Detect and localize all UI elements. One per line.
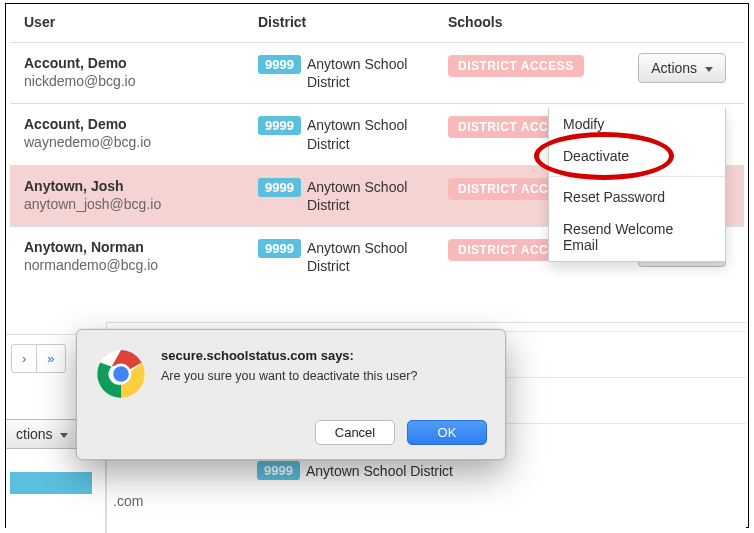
truncated-text: .com: [113, 493, 143, 509]
svg-point-2: [113, 366, 129, 382]
district-id-badge: 9999: [258, 116, 301, 135]
cancel-button[interactable]: Cancel: [315, 420, 395, 445]
user-email: nickdemo@bcg.io: [24, 73, 258, 89]
district-id-badge: 9999: [258, 55, 301, 74]
col-user: User: [24, 14, 258, 30]
district-id-badge: 9999: [258, 178, 301, 197]
caret-down-icon: [705, 67, 713, 72]
district-name: Anytown School District: [307, 178, 417, 214]
district-name: Anytown School District: [307, 116, 417, 152]
user-name: Anytown, Norman: [24, 239, 258, 255]
pagination: › »: [11, 344, 66, 373]
user-email: normandemo@bcg.io: [24, 257, 258, 273]
dialog-title: secure.schoolstatus.com says:: [161, 348, 487, 363]
district-name: Anytown School District: [307, 239, 417, 275]
dialog-message: Are you sure you want to deactivate this…: [161, 369, 487, 383]
user-name: Anytown, Josh: [24, 178, 258, 194]
menu-item-reset-password[interactable]: Reset Password: [549, 181, 725, 213]
table-header: User District Schools: [10, 4, 744, 42]
menu-item-deactivate[interactable]: Deactivate: [549, 140, 725, 172]
district-access-badge: DISTRICT ACCESS: [448, 55, 584, 77]
actions-label: Actions: [651, 60, 697, 76]
district-name: Anytown School District: [306, 463, 453, 479]
table-row: Account, Demo nickdemo@bcg.io 9999 Anyto…: [10, 42, 744, 103]
col-district: District: [258, 14, 448, 30]
menu-item-modify[interactable]: Modify: [549, 108, 725, 140]
actions-button[interactable]: Actions: [638, 53, 726, 83]
ok-button[interactable]: OK: [407, 420, 487, 445]
menu-item-resend-welcome[interactable]: Resend Welcome Email: [549, 213, 725, 261]
actions-dropdown: Modify Deactivate Reset Password Resend …: [548, 108, 726, 262]
pager-last[interactable]: »: [37, 344, 65, 373]
user-name: Account, Demo: [24, 55, 258, 71]
user-email: anytown_josh@bcg.io: [24, 196, 258, 212]
caret-down-icon: [60, 433, 68, 438]
chrome-icon: [95, 348, 147, 400]
menu-divider: [549, 176, 725, 177]
confirm-dialog: secure.schoolstatus.com says: Are you su…: [76, 329, 506, 460]
actions-button-cut[interactable]: ctions: [6, 419, 79, 449]
pager-next[interactable]: ›: [11, 344, 37, 373]
district-name: Anytown School District: [307, 55, 417, 91]
district-id-badge: 9999: [257, 461, 300, 480]
badge-fragment: [10, 472, 92, 494]
col-schools: Schools: [448, 14, 730, 30]
user-email: waynedemo@bcg.io: [24, 134, 258, 150]
user-name: Account, Demo: [24, 116, 258, 132]
district-id-badge: 9999: [258, 239, 301, 258]
